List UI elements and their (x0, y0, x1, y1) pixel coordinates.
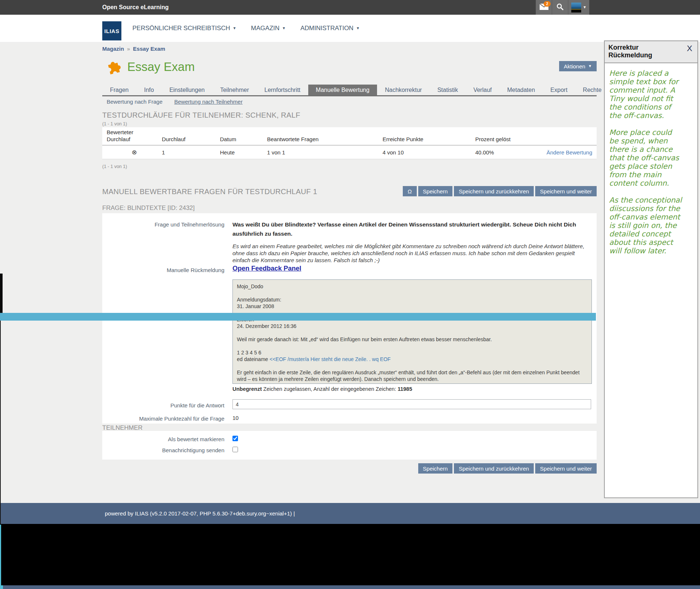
subtab-bewertung-nach-frage[interactable]: Bewertung nach Frage (107, 99, 163, 105)
points-input[interactable] (232, 399, 591, 409)
manual-scoring-heading: MANUELL BEWERTBARE FRAGEN FÜR TESTDURCHL… (102, 188, 317, 196)
column-header-1: Bewerteter Durchlauf (107, 129, 162, 145)
offcanvas-paragraph-3: As the conceptional diiscussions for the… (609, 196, 693, 255)
feedback-line (237, 329, 587, 336)
feedback-inline-link[interactable]: <<EOF /muster/a Hier steht die neue Zeil… (270, 356, 391, 362)
offcanvas-body[interactable]: Here is placed a simple text box for com… (605, 63, 697, 255)
speichern-und-zurückkehren-button[interactable]: Speichern und zurückkehren (454, 463, 534, 474)
tab-nachkorrektur[interactable]: Nachkorrektur (377, 85, 429, 95)
close-icon[interactable]: X (685, 44, 694, 53)
table-row: ⊗ 1 Heute 1 von 1 4 von 10 40.00% Ändere… (102, 146, 597, 159)
mark-scored-label: Als bewertet markieren (102, 436, 224, 442)
breadcrumb-separator: » (127, 46, 130, 52)
nav-item-persönlicher-schreibtisch[interactable]: PERSÖNLICHER SCHREIBTISCH▼ (132, 25, 236, 32)
nav-item-administration[interactable]: ADMINISTRATION▼ (301, 25, 360, 32)
feedback-line (237, 363, 587, 369)
nav-item-label: MAGAZIN (251, 25, 279, 32)
breadcrumb: Magazin»Essay Exam (102, 46, 165, 52)
change-scoring-link[interactable]: Ändere Bewertung (547, 149, 592, 156)
tab-teilnehmer[interactable]: Teilnehmer (212, 85, 256, 95)
offcanvas-paragraph-2: More place could be spend, when there is… (609, 128, 693, 188)
aktionen-button[interactable]: Aktionen▼ (559, 61, 597, 71)
table-header-row: Bewerteter DurchlaufDurchlaufDatumBeantw… (102, 127, 597, 146)
question-value: Was weißt Du über Blindtexte? Verfasse e… (232, 220, 593, 264)
feedback-line: 1 2 3 4 5 6 (237, 349, 587, 356)
nav-item-label: ADMINISTRATION (301, 25, 353, 32)
blue-overlay-bar (0, 313, 596, 321)
search-icon (556, 3, 564, 12)
offcanvas-panel: Korrektur Rückmeldung X Here is placed a… (604, 40, 698, 498)
chevron-down-icon: ▼ (232, 26, 236, 30)
open-feedback-panel-link[interactable]: Open Feedback Panel (232, 265, 301, 272)
max-points-value: 10 (232, 415, 239, 421)
column-header-3: Datum (220, 136, 267, 145)
main-content: Magazin»Essay Exam Essay Exam Aktionen▼ … (102, 42, 597, 503)
tab-verlauf[interactable]: Verlauf (466, 85, 500, 95)
title-row: Essay Exam (104, 58, 195, 76)
offcanvas-paragraph-1: Here is placed a simple text box for com… (609, 69, 693, 120)
left-edge-line (0, 321, 1, 524)
search-button[interactable] (552, 0, 568, 15)
chevron-down-icon: ▼ (583, 6, 587, 9)
puzzle-icon (104, 58, 121, 76)
pagination-top: (1 - 1 von 1) (102, 121, 127, 126)
tab-einstellungen[interactable]: Einstellungen (161, 85, 212, 95)
user-menu-button[interactable]: ▼ (568, 0, 589, 15)
ilias-logo[interactable]: ILIAS (102, 21, 121, 40)
offcanvas-header: Korrektur Rückmeldung X (605, 41, 697, 63)
max-points-label: Maximale Punktezahl für die Frage (102, 415, 224, 422)
speichern-button[interactable]: Speichern (418, 186, 453, 196)
tab-statistik[interactable]: Statistik (430, 85, 466, 95)
mark-scored-checkbox[interactable] (232, 436, 238, 441)
main-navbar: ILIAS PERSÖNLICHER SCHREIBTISCH▼MAGAZIN▼… (0, 15, 700, 42)
feedback-line: ed dateiname <<EOF /muster/a Hier steht … (237, 356, 587, 363)
runs-table: Bewerteter DurchlaufDurchlaufDatumBeantw… (102, 127, 597, 159)
feedback-line: Er geht einfach in die erste Zeile, die … (237, 369, 587, 382)
speichern-und-zurückkehren-button[interactable]: Speichern und zurückkehren (454, 186, 534, 196)
tab-info[interactable]: Info (136, 85, 162, 95)
char-counter: Unbegrenzt Zeichen zugelassen, Anzahl de… (232, 386, 412, 392)
pagination-bottom: (1 - 1 von 1) (102, 164, 127, 169)
mail-button[interactable]: 2 (536, 0, 552, 15)
speichern-und-weiter-button[interactable]: Speichern und weiter (535, 186, 597, 196)
left-edge-artifact (0, 274, 3, 313)
nav-item-magazin[interactable]: MAGAZIN▼ (251, 25, 285, 32)
column-header-5: Erreichte Punkte (383, 136, 475, 145)
subtab-bewertung-nach-teilnehmer[interactable]: Bewertung nach Teilnehmer (174, 99, 243, 105)
tab-lernfortschritt[interactable]: Lernfortschritt (257, 85, 308, 95)
tab-manuelle-bewertung[interactable]: Manuelle Bewertung (308, 85, 377, 95)
column-header-2: Durchlauf (162, 136, 220, 145)
main-menu: PERSÖNLICHER SCHREIBTISCH▼MAGAZIN▼ADMINI… (132, 15, 360, 42)
feedback-label: Manuelle Rückmeldung (102, 267, 224, 273)
tab-bar: FragenInfoEinstellungenTeilnehmerLernfor… (102, 85, 597, 96)
tab-metadaten[interactable]: Metadaten (500, 85, 543, 95)
bottom-strip (0, 585, 700, 589)
participant-heading: TEILNEHMER (102, 424, 143, 432)
tab-export[interactable]: Export (543, 85, 575, 95)
-button[interactable]: Ω (403, 186, 416, 196)
feedback-line (237, 290, 587, 296)
column-header-6: Prozent gelöst (475, 136, 541, 145)
cell-percent: 40.00% (475, 149, 541, 156)
speichern-button[interactable]: Speichern (418, 463, 453, 474)
footer: powered by ILIAS (v5.2.0 2017-02-07, PHP… (0, 503, 700, 524)
cell-date: Heute (220, 149, 267, 156)
chevron-down-icon: ▼ (282, 26, 286, 30)
breadcrumb-link-magazin[interactable]: Magazin (102, 46, 124, 52)
offcanvas-title: Korrektur Rückmeldung (608, 44, 652, 59)
cyan-corner-artifact (0, 585, 3, 589)
tab-fragen[interactable]: Fragen (102, 85, 136, 95)
top-bar: Open Source eLearning 2 ▼ (0, 0, 700, 15)
feedback-textarea[interactable]: Mojo_DodoAnmeldungsdatum:31. Januar 2008… (232, 279, 592, 384)
cell-points: 4 von 10 (383, 149, 475, 156)
nav-item-label: PERSÖNLICHER SCHREIBTISCH (132, 25, 230, 32)
question-text: Was weißt Du über Blindtexte? Verfasse e… (232, 220, 593, 238)
feedback-line: 31. Januar 2008 (237, 303, 587, 310)
speichern-und-weiter-button[interactable]: Speichern und weiter (535, 463, 597, 474)
send-notification-label: Benachrichtigung senden (102, 447, 224, 453)
breadcrumb-link-essay-exam[interactable]: Essay Exam (133, 46, 166, 52)
footer-text: powered by ILIAS (v5.2.0 2017-02-07, PHP… (105, 503, 700, 524)
send-notification-checkbox[interactable] (232, 447, 238, 452)
participant-answer: Es wird an einem Feature gearbeitet, wel… (232, 243, 593, 264)
feedback-line-text: ed dateiname (237, 356, 270, 362)
